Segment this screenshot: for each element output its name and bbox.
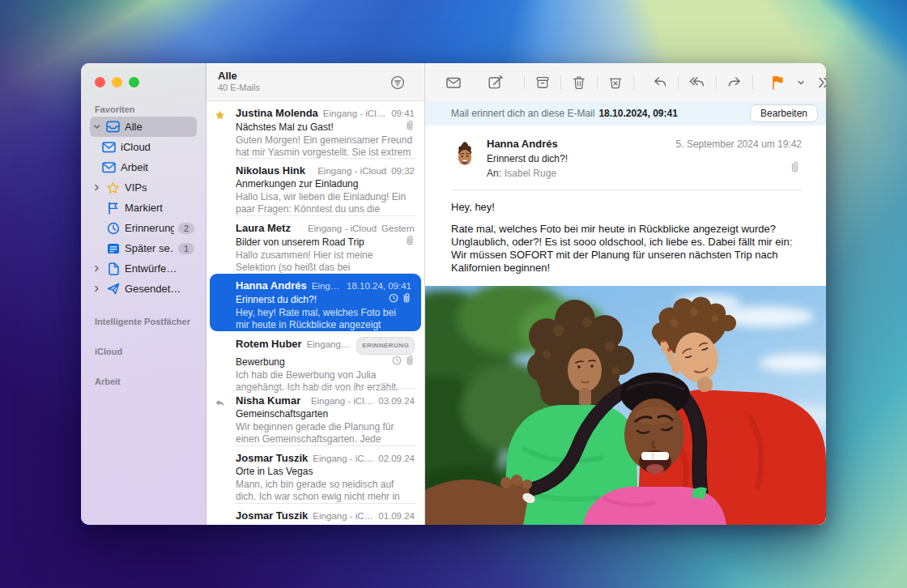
sidebar-item-spaeter-senden[interactable]: Später se… 1	[90, 238, 197, 258]
list-item[interactable]: Nikolaus HinkEingang - iCloud09:32 Anmer…	[207, 159, 424, 216]
message-list-pane: Alle 40 E-Mails Justina MolendaEingang -…	[207, 63, 425, 525]
message-preview: Mann, ich bin gerade so neidisch auf dic…	[236, 479, 415, 503]
clock-icon	[105, 222, 121, 235]
sidebar-item-label: VIPs	[125, 181, 194, 194]
list-item[interactable]: Josmar TuszikEingang - iCloud01.09.24	[207, 504, 424, 521]
sidebar-item-label: Später se…	[125, 242, 174, 254]
message-header: Hanna Andrés 5. September 2024 um 19:42 …	[425, 126, 826, 190]
envelope-icon	[101, 162, 117, 173]
subject: Orte in Las Vegas	[236, 465, 313, 478]
flag-chevron-down-icon[interactable]	[793, 78, 809, 87]
message-preview: Hey, hey! Rate mal, welches Foto bei mir…	[236, 307, 411, 331]
to-label: An:	[487, 168, 501, 179]
archive-icon[interactable]	[527, 74, 558, 92]
message-list: Justina MolendaEingang - iCloud09:41 Näc…	[207, 101, 424, 525]
body-paragraph: Hey, hey!	[451, 201, 802, 214]
sidebar-item-label: iCloud	[121, 141, 194, 153]
message-preview: Hallo zusammen! Hier ist meine Selektion…	[236, 249, 415, 274]
sidebar-item-arbeit[interactable]: Arbeit	[99, 157, 197, 177]
message-preview: Wir beginnen gerade die Planung für eine…	[236, 421, 415, 445]
message-preview: Guten Morgen! Ein gemeinsamer Freund hat…	[236, 134, 415, 159]
attachment-photo[interactable]	[425, 286, 826, 525]
clock-icon	[389, 293, 398, 306]
sidebar-item-entwuerfe[interactable]: Entwürfe…	[90, 258, 197, 279]
list-item[interactable]: Justina MolendaEingang - iCloud09:41 Näc…	[207, 101, 424, 159]
smart-mailboxes-header[interactable]: Intelligente Postfächer	[81, 317, 206, 329]
inbox-tray-icon	[105, 121, 121, 133]
unread-count-badge: 1	[178, 243, 194, 254]
list-item[interactable]: Nisha KumarEingang - iCl…03.09.24 Gemein…	[207, 389, 424, 446]
paperplane-icon	[105, 283, 121, 295]
edit-reminder-button[interactable]: Bearbeiten	[750, 104, 818, 122]
body-paragraph: Rate mal, welches Foto bei mir heute in …	[451, 223, 802, 275]
paperclip-icon	[790, 161, 800, 176]
unread-count-badge: 2	[178, 223, 194, 234]
envelope-icon	[101, 142, 117, 153]
star-icon	[105, 181, 121, 194]
subject: Anmerkungen zur Einladung	[236, 177, 358, 190]
chevron-down-icon[interactable]	[92, 123, 101, 130]
paperclip-icon	[405, 355, 415, 369]
sidebar-item-erinnerung[interactable]: Erinnerung 2	[90, 218, 197, 238]
avatar[interactable]	[453, 142, 477, 169]
sidebar: Favoriten Alle iCloud Arbeit VIPs	[81, 63, 207, 525]
zoom-window-button[interactable]	[129, 77, 139, 87]
recipient-name[interactable]: Isabel Ruge	[505, 168, 556, 179]
icloud-section-header[interactable]: iCloud	[81, 347, 206, 359]
mail-window: Favoriten Alle iCloud Arbeit VIPs	[81, 63, 826, 525]
sidebar-item-label: Markiert	[125, 202, 194, 214]
minimize-window-button[interactable]	[112, 77, 122, 87]
sidebar-item-label: Erinnerung	[125, 222, 174, 234]
filter-icon[interactable]	[389, 74, 407, 95]
message-date: 5. September 2024 um 19:42	[676, 138, 802, 150]
chevron-right-icon[interactable]	[92, 184, 101, 191]
list-item[interactable]: Josmar TuszikEingang - iCloud02.09.24 Or…	[207, 446, 424, 504]
flag-icon	[105, 202, 121, 215]
toolbar	[425, 63, 826, 101]
subject: Gemeinschaftsgarten	[236, 407, 328, 420]
draft-icon	[105, 262, 121, 275]
reminder-date: 18.10.2024, 09:41	[598, 108, 677, 119]
message-preview: Hallo Lisa, wir lieben die Einladung! Ei…	[236, 191, 415, 215]
list-item[interactable]: Laura MetzEingang - iCloudGestern Bilder…	[207, 216, 424, 274]
sidebar-item-vips[interactable]: VIPs	[90, 177, 197, 198]
reminder-text: Mail erinnert dich an diese E-Mail	[451, 108, 594, 119]
close-window-button[interactable]	[95, 77, 105, 87]
junk-icon[interactable]	[600, 74, 631, 92]
sidebar-item-icloud[interactable]: iCloud	[99, 137, 197, 157]
desktop-wallpaper: { "colors": { "accent_blue": "#1667e0", …	[0, 0, 907, 588]
subject: Bewerbung	[236, 356, 285, 369]
sidebar-item-gesendet[interactable]: Gesendet…	[90, 279, 197, 299]
paperclip-icon	[405, 120, 415, 134]
clock-icon	[392, 356, 402, 369]
recipient-line: An:Isabel Ruge	[487, 168, 802, 179]
subject: Erinnerst du dich?!	[236, 293, 317, 306]
unread-envelope-icon[interactable]	[438, 74, 469, 92]
reply-icon[interactable]	[645, 74, 675, 92]
flag-icon[interactable]	[762, 74, 793, 92]
sidebar-item-alle[interactable]: Alle	[90, 117, 197, 137]
forward-icon[interactable]	[719, 74, 750, 92]
star-icon	[215, 109, 225, 124]
list-item-selected[interactable]: Hanna AndrésEinga…18.10.24, 09:41 Erinne…	[210, 274, 421, 331]
sidebar-item-markiert[interactable]: Markiert	[90, 198, 197, 218]
sidebar-item-label: Alle	[125, 121, 194, 133]
list-item[interactable]: Rotem HuberEingang - iCloudERINNERUNG Be…	[207, 331, 424, 389]
favorites-header: Favoriten	[81, 104, 206, 117]
paperclip-icon	[402, 292, 411, 306]
arbeit-section-header[interactable]: Arbeit	[81, 377, 206, 389]
sidebar-item-label: Gesendet…	[125, 283, 194, 295]
reading-pane: Mail erinnert dich an diese E-Mail 18.10…	[425, 63, 826, 525]
subject: Bilder von unserem Road Trip	[236, 236, 364, 249]
chevron-right-icon[interactable]	[92, 265, 101, 272]
reminder-banner: Mail erinnert dich an diese E-Mail 18.10…	[425, 101, 826, 126]
sidebar-item-label: Entwürfe…	[125, 262, 194, 275]
more-chevrons-icon[interactable]	[809, 75, 826, 90]
trash-icon[interactable]	[564, 74, 594, 92]
sidebar-item-label: Arbeit	[121, 161, 194, 173]
send-later-icon	[105, 243, 121, 254]
reply-all-icon[interactable]	[681, 74, 713, 92]
chevron-right-icon[interactable]	[92, 285, 101, 292]
compose-icon[interactable]	[480, 74, 511, 92]
paperclip-icon	[405, 235, 415, 249]
